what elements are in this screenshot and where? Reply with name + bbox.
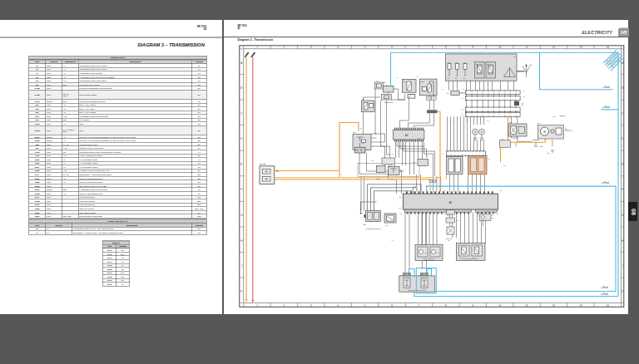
svg-text:▸ Reed: ▸ Reed	[602, 181, 609, 184]
svg-text:1f: 1f	[449, 120, 451, 121]
svg-text:H: H	[622, 239, 623, 243]
svg-text:KM Blue clip: KM Blue clip	[384, 101, 394, 103]
svg-text:Xe: Xe	[418, 274, 419, 276]
svg-text:K: K	[622, 290, 623, 293]
svg-text:2c: 2c	[376, 80, 378, 81]
svg-text:K: K	[240, 290, 242, 293]
svg-text:4Wz: 4Wz	[508, 121, 512, 123]
svg-text:A: A	[622, 61, 623, 65]
svg-text:cy2: cy2	[565, 129, 567, 130]
svg-text:Xc: Xc	[488, 158, 490, 160]
svg-text:13: 13	[579, 46, 582, 49]
svg-text:▸: ▸	[572, 130, 573, 131]
svg-text:11: 11	[525, 46, 528, 49]
svg-text:4a: 4a	[441, 88, 443, 90]
svg-text:C: C	[240, 112, 243, 116]
svg-text:1x: 1x	[396, 76, 398, 78]
svg-text:c5: c5	[523, 96, 524, 97]
svg-text:b1: b1	[399, 213, 401, 214]
svg-text:J: J	[622, 264, 623, 268]
svg-text:F: F	[240, 188, 242, 191]
svg-text:B: B	[622, 86, 623, 90]
svg-text:J: J	[240, 264, 242, 268]
svg-text:E: E	[622, 163, 623, 166]
svg-text:a1: a1	[443, 189, 445, 191]
svg-text:F: F	[622, 188, 623, 191]
svg-text:12: 12	[552, 304, 555, 307]
svg-text:Sn: Sn	[529, 64, 532, 66]
svg-text:▸ Reed: ▸ Reed	[602, 86, 610, 89]
svg-text:Kd: Kd	[413, 161, 414, 163]
svg-text:d2: d2	[448, 239, 449, 241]
svg-text:Xe: Xe	[400, 274, 402, 276]
svg-text:14: 14	[606, 46, 609, 49]
svg-text:Kc: Kc	[371, 160, 373, 161]
svg-text:12: 12	[552, 46, 555, 49]
svg-text:1b: 1b	[399, 207, 401, 209]
svg-text:p2: p2	[359, 127, 361, 129]
svg-text:Sb: Sb	[353, 131, 355, 133]
svg-text:10: 10	[498, 304, 502, 307]
svg-text:A1: A1	[448, 201, 452, 204]
svg-text:▸ Reed: ▸ Reed	[602, 106, 610, 109]
svg-text:3f: 3f	[487, 120, 488, 121]
svg-text:2f: 2f	[466, 120, 468, 121]
svg-text:w4: w4	[503, 165, 505, 166]
svg-text:b2: b2	[443, 213, 445, 214]
svg-text:G: G	[240, 214, 243, 217]
svg-text:B5a: B5a	[359, 212, 363, 214]
svg-text:▸ Reed: ▸ Reed	[601, 286, 608, 289]
svg-text:A: A	[240, 61, 242, 65]
svg-text:10: 10	[498, 46, 502, 49]
svg-text:Hydrostatic motor CV: Hydrostatic motor CV	[364, 228, 381, 229]
svg-text:GND: GND	[539, 145, 543, 147]
svg-text:Xt: Xt	[442, 153, 443, 155]
svg-text:B5n: B5n	[363, 224, 365, 225]
svg-text:Y13: Y13	[384, 224, 387, 226]
svg-text:W2: W2	[547, 152, 549, 154]
svg-text:Electronic pump control: Electronic pump control	[463, 258, 478, 259]
svg-text:Kb: Kb	[385, 84, 387, 86]
svg-text:4Wx: 4Wx	[537, 122, 540, 124]
svg-text:Ta: Ta	[362, 98, 364, 100]
svg-text:5d: 5d	[391, 153, 393, 155]
svg-text:Xb: Xb	[462, 88, 463, 90]
svg-text:1a: 1a	[399, 196, 401, 198]
svg-text:Ka: Ka	[446, 92, 448, 94]
svg-text:Xn: Xn	[461, 108, 463, 110]
svg-text:14: 14	[606, 304, 609, 307]
svg-text:output to CV off: output to CV off	[424, 259, 434, 261]
svg-text:13: 13	[579, 304, 582, 307]
svg-text:Electronic hydraulic control: Electronic hydraulic control	[408, 289, 426, 291]
svg-text:7DM: 7DM	[376, 178, 380, 180]
svg-text:Xn: Xn	[461, 114, 463, 116]
svg-text:p9: p9	[339, 173, 341, 175]
svg-text:D: D	[240, 137, 243, 140]
svg-text:a2: a2	[499, 189, 501, 191]
svg-text:H: H	[240, 239, 242, 243]
svg-text:▸ Reed: ▸ Reed	[601, 293, 608, 296]
svg-text:Rd: Rd	[487, 210, 488, 212]
svg-text:b3: b3	[496, 213, 498, 214]
svg-text:cy7: cy7	[492, 217, 494, 219]
svg-text:6d: 6d	[426, 155, 428, 156]
svg-text:4Wy: 4Wy	[500, 138, 503, 140]
svg-text:E: E	[240, 163, 242, 166]
svg-text:Xp: Xp	[456, 219, 458, 221]
svg-text:11: 11	[525, 304, 528, 307]
svg-text:EF+M+: EF+M+	[260, 163, 266, 165]
svg-text:A3: A3	[404, 134, 408, 137]
svg-text:c4: c4	[523, 90, 524, 91]
svg-text:bb: bb	[521, 104, 523, 106]
svg-text:B: B	[240, 86, 242, 90]
svg-text:c12: c12	[552, 116, 556, 117]
svg-text:c9: c9	[391, 239, 393, 241]
svg-text:Xn: Xn	[461, 97, 463, 99]
svg-text:2x: 2x	[416, 76, 418, 77]
